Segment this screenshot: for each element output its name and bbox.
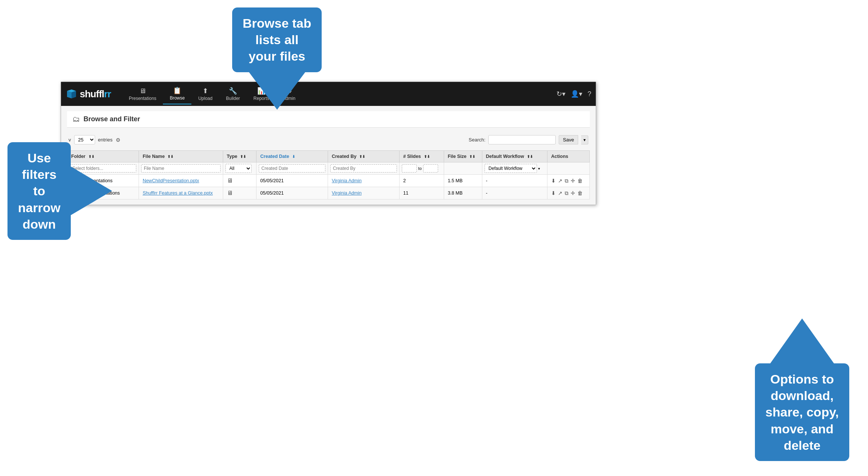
- col-header-file-name[interactable]: File Name ⬆⬇: [139, 151, 223, 162]
- slides-to-label: to: [418, 166, 422, 171]
- filter-created-by[interactable]: [328, 162, 399, 175]
- row1-workflow: -: [482, 175, 547, 187]
- save-button[interactable]: Save: [559, 135, 578, 144]
- slides-to-input[interactable]: [423, 164, 438, 173]
- browse-icon: 📋: [173, 86, 181, 95]
- nav-label-presentations: Presentations: [129, 96, 156, 101]
- copy-icon-2[interactable]: ⧉: [565, 190, 568, 196]
- file-name-filter-input[interactable]: [141, 164, 221, 173]
- filter-type[interactable]: All: [223, 162, 257, 175]
- filter-row: All to: [67, 162, 590, 175]
- slides-from-input[interactable]: [402, 164, 417, 173]
- page-title: Browse and Filter: [84, 115, 140, 123]
- move-icon[interactable]: ✛: [571, 178, 575, 184]
- table-row: Global Presentations Shufflrr Features a…: [67, 187, 590, 199]
- col-header-created-by[interactable]: Created By ⬆⬇: [328, 151, 399, 162]
- copy-icon[interactable]: ⧉: [565, 178, 568, 184]
- filter-file-name[interactable]: [139, 162, 223, 175]
- search-area: Search: Save ▾: [469, 135, 588, 144]
- filter-created-date[interactable]: [257, 162, 328, 175]
- nav-item-presentations[interactable]: 🖥 Presentations: [122, 84, 163, 104]
- app-window: shufflrr 🖥 Presentations 📋 Browse ⬆ Uplo…: [61, 82, 596, 205]
- search-label: Search:: [469, 137, 486, 143]
- row2-file-name[interactable]: Shufflrr Features at a Glance.pptx: [139, 187, 223, 199]
- row1-file-size: 1.5 MB: [444, 175, 482, 187]
- row2-slides: 11: [399, 187, 444, 199]
- page-content: 🗂 Browse and Filter v 25 50 100 entries …: [61, 106, 596, 205]
- bottom-right-annotation: Options todownload,share, copy,move, and…: [755, 318, 849, 461]
- filter-slides[interactable]: to: [399, 162, 444, 175]
- row2-created-date: 05/05/2021: [257, 187, 328, 199]
- page-header-icon: 🗂: [72, 115, 80, 123]
- show-label: v: [69, 137, 71, 143]
- type-filter-select[interactable]: All: [225, 164, 252, 173]
- refresh-icon[interactable]: ↻▾: [556, 90, 565, 98]
- row1-file-name[interactable]: NewChildPresentation.pptx: [139, 175, 223, 187]
- created-date-filter-input[interactable]: [259, 164, 325, 173]
- workflow-filter-select[interactable]: Default Workflow: [485, 164, 537, 173]
- row1-created-date: 05/05/2021: [257, 175, 328, 187]
- row2-workflow: -: [482, 187, 547, 199]
- nav-bar: shufflrr 🖥 Presentations 📋 Browse ⬆ Uplo…: [61, 82, 596, 106]
- filter-file-size: [444, 162, 482, 175]
- col-header-type[interactable]: Type ⬆⬇: [223, 151, 257, 162]
- row2-file-size: 3.8 MB: [444, 187, 482, 199]
- search-input[interactable]: [488, 135, 556, 144]
- gear-icon[interactable]: ⚙: [116, 137, 121, 143]
- nav-label-upload: Upload: [198, 96, 212, 101]
- row1-slides: 2: [399, 175, 444, 187]
- download-icon[interactable]: ⬇: [551, 178, 556, 184]
- page-header: 🗂 Browse and Filter: [67, 111, 590, 128]
- share-icon-2[interactable]: ↗: [558, 190, 562, 196]
- help-icon[interactable]: ?: [588, 90, 591, 98]
- presentations-icon: 🖥: [139, 87, 146, 95]
- filter-workflow[interactable]: Default Workflow ▾: [482, 162, 547, 175]
- col-header-created-date[interactable]: Created Date ⬇: [257, 151, 328, 162]
- table-row: My Presentations NewChildPresentation.pp…: [67, 175, 590, 187]
- nav-right-icons: ↻▾ 👤▾ ?: [556, 90, 591, 98]
- row1-type: 🖥: [223, 175, 257, 187]
- pptx-icon-1: 🖥: [227, 177, 233, 184]
- entries-label: entries: [98, 137, 113, 143]
- top-annotation: Browse tablists allyour files: [232, 7, 322, 110]
- col-header-slides[interactable]: # Slides ⬆⬇: [399, 151, 444, 162]
- table-controls: v 25 50 100 entries ⚙ Search: Save ▾: [67, 132, 590, 147]
- col-header-default-workflow[interactable]: Default Workflow ⬆⬇: [482, 151, 547, 162]
- nav-item-upload[interactable]: ⬆ Upload: [191, 84, 219, 104]
- pptx-icon-2: 🖥: [227, 190, 233, 196]
- top-arrow-down: [249, 72, 305, 110]
- data-table: Folder ⬆⬇ File Name ⬆⬇ Type ⬆⬇ Created D…: [67, 150, 590, 199]
- move-icon-2[interactable]: ✛: [571, 190, 575, 196]
- row1-created-by[interactable]: Virginia Admin: [328, 175, 399, 187]
- created-by-filter-input[interactable]: [330, 164, 397, 173]
- nav-item-browse[interactable]: 📋 Browse: [163, 83, 191, 104]
- bottom-right-arrow-up: [770, 318, 834, 363]
- nav-label-browse: Browse: [170, 95, 185, 101]
- filter-actions-empty: [547, 162, 589, 175]
- delete-icon-2[interactable]: 🗑: [577, 190, 583, 196]
- row2-created-by[interactable]: Virginia Admin: [328, 187, 399, 199]
- row1-actions: ⬇ ↗ ⧉ ✛ 🗑: [547, 175, 589, 187]
- bottom-right-annotation-text: Options todownload,share, copy,move, and…: [755, 363, 849, 461]
- left-annotation-text: Usefilterstonarrowdown: [7, 142, 71, 240]
- download-icon-2[interactable]: ⬇: [551, 190, 556, 196]
- row2-type: 🖥: [223, 187, 257, 199]
- col-header-file-size[interactable]: File Size ⬆⬇: [444, 151, 482, 162]
- logo-text: shufflrr: [80, 88, 111, 100]
- share-icon[interactable]: ↗: [558, 178, 562, 184]
- col-header-actions: Actions: [547, 151, 589, 162]
- left-annotation: Usefilterstonarrowdown: [7, 142, 112, 240]
- row2-actions: ⬇ ↗ ⧉ ✛ 🗑: [547, 187, 589, 199]
- table-header-row: Folder ⬆⬇ File Name ⬆⬇ Type ⬆⬇ Created D…: [67, 151, 590, 162]
- upload-icon: ⬆: [203, 87, 208, 95]
- user-icon[interactable]: 👤▾: [571, 90, 582, 98]
- left-arrow-right: [71, 167, 112, 215]
- save-dropdown-button[interactable]: ▾: [581, 135, 588, 144]
- delete-icon[interactable]: 🗑: [577, 178, 583, 184]
- top-annotation-text: Browse tablists allyour files: [232, 7, 322, 72]
- nav-items: 🖥 Presentations 📋 Browse ⬆ Upload 🔧 Buil…: [122, 83, 556, 104]
- logo-icon: [66, 88, 78, 100]
- logo: shufflrr: [66, 88, 111, 100]
